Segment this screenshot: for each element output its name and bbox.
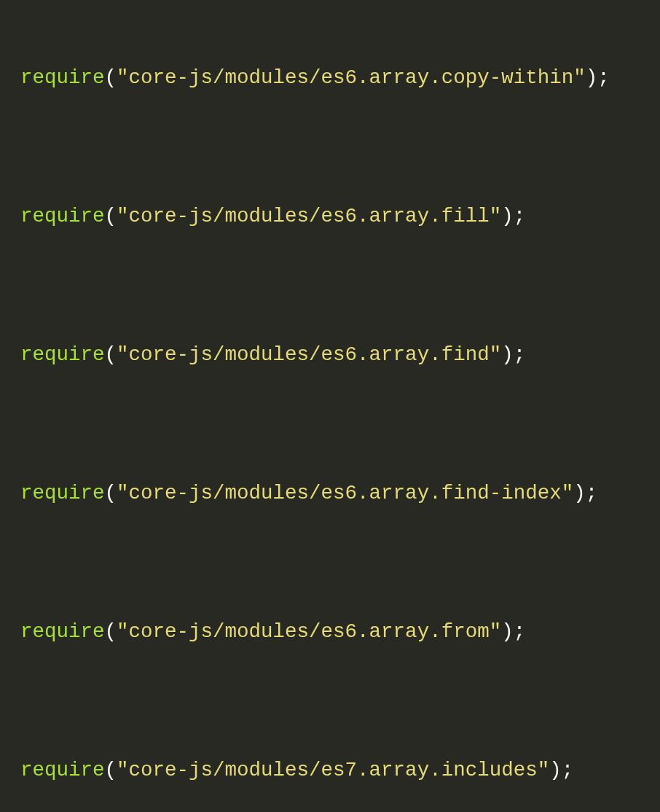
require-call: require — [20, 66, 105, 89]
code-line: require("core-js/modules/es6.array.from"… — [20, 622, 660, 651]
blank-line — [20, 691, 660, 720]
paren-open: ( — [105, 482, 117, 504]
require-call: require — [20, 343, 105, 366]
paren-open: ( — [105, 66, 117, 89]
semicolon: ; — [514, 205, 526, 227]
blank-line — [20, 414, 660, 443]
code-line: require("core-js/modules/es6.array.fill"… — [20, 206, 660, 235]
blank-line — [20, 553, 660, 582]
semicolon: ; — [597, 66, 610, 89]
require-call: require — [20, 759, 105, 781]
code-line: require("core-js/modules/es6.array.copy-… — [20, 68, 660, 97]
paren-close: ) — [501, 343, 514, 366]
blank-line — [20, 276, 660, 305]
require-call: require — [20, 482, 105, 504]
string-literal: "core-js/modules/es6.array.find" — [117, 343, 501, 366]
paren-open: ( — [105, 620, 117, 643]
paren-close: ) — [573, 482, 586, 504]
paren-close: ) — [586, 66, 598, 89]
string-literal: "core-js/modules/es6.array.fill" — [117, 205, 501, 227]
code-view: require("core-js/modules/es6.array.copy-… — [0, 0, 660, 812]
string-literal: "core-js/modules/es6.array.copy-within" — [117, 66, 586, 89]
semicolon: ; — [514, 343, 526, 366]
paren-open: ( — [105, 343, 117, 366]
string-literal: "core-js/modules/es6.array.from" — [117, 620, 501, 643]
semicolon: ; — [514, 620, 526, 643]
require-call: require — [20, 205, 105, 227]
string-literal: "core-js/modules/es6.array.find-index" — [117, 482, 573, 504]
code-line: require("core-js/modules/es6.array.find-… — [20, 483, 660, 512]
code-line: require("core-js/modules/es6.array.find"… — [20, 345, 660, 374]
blank-line — [20, 137, 660, 166]
paren-open: ( — [105, 759, 117, 781]
paren-open: ( — [105, 205, 117, 227]
paren-close: ) — [501, 620, 514, 643]
semicolon: ; — [586, 482, 598, 504]
paren-close: ) — [501, 205, 514, 227]
require-call: require — [20, 620, 105, 643]
code-line: require("core-js/modules/es7.array.inclu… — [20, 760, 660, 789]
string-literal: "core-js/modules/es7.array.includes" — [117, 759, 549, 781]
paren-close: ) — [549, 759, 562, 781]
semicolon: ; — [562, 759, 574, 781]
